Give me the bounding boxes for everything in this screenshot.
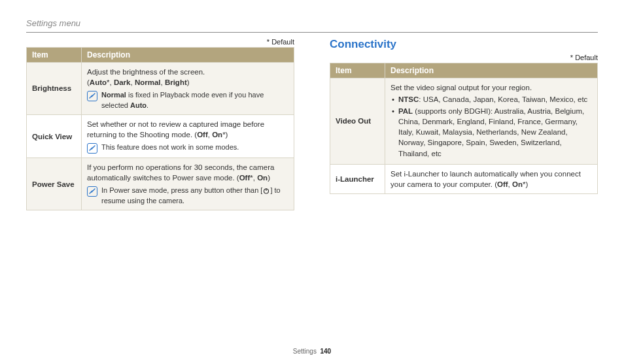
note-icon (87, 143, 97, 154)
opt: Normal (135, 78, 161, 86)
text: Set whether or not to review a captured … (87, 120, 264, 139)
bullet-list: NTSC: USA, Canada, Japan, Korea, Taiwan,… (390, 94, 592, 159)
note-text: Normal is fixed in Playback mode even if… (101, 90, 288, 110)
desc-brightness: Adjust the brightness of the screen. (Au… (82, 63, 294, 115)
left-column: * Default Item Description Brightness Ad… (26, 38, 294, 210)
text: Set the video signal output for your reg… (390, 84, 532, 91)
b: PAL (398, 107, 413, 115)
footer-section: Settings (293, 348, 317, 355)
b: Auto (130, 101, 147, 109)
divider (26, 32, 598, 33)
note-text: This feature does not work in some modes… (101, 142, 288, 152)
th-item: Item (330, 63, 385, 78)
opt: Off (239, 174, 251, 182)
th-desc: Description (385, 63, 598, 78)
t: : USA, Canada, Japan, Korea, Taiwan, Mex… (419, 95, 587, 103)
t: . (147, 101, 148, 109)
item-quickview: Quick View (27, 114, 82, 157)
text: ) (226, 131, 228, 139)
text: ) (268, 174, 270, 182)
th-item: Item (27, 48, 82, 63)
opt: Off (197, 131, 208, 139)
text: Set i-Launcher to launch automatically w… (390, 170, 581, 188)
note-icon (87, 186, 97, 197)
item-videoout: Video Out (330, 78, 385, 165)
opt: Off (497, 180, 508, 188)
note-icon (87, 91, 97, 101)
desc-ilauncher: Set i-Launcher to launch automatically w… (385, 164, 598, 193)
desc-powersave: If you perform no operations for 30 seco… (82, 158, 294, 210)
page-number: 140 (321, 348, 332, 355)
opt: Bright (165, 78, 187, 86)
note-text: In Power save mode, press any button oth… (101, 186, 288, 206)
note: Normal is fixed in Playback mode even if… (87, 90, 288, 110)
list-item: NTSC: USA, Canada, Japan, Korea, Taiwan,… (390, 94, 592, 105)
table-row: Power Save If you perform no operations … (27, 158, 294, 210)
t: is fixed in Playback mode even if you ha… (101, 91, 264, 108)
text: ) (525, 180, 528, 188)
note: In Power save mode, press any button oth… (87, 186, 288, 206)
page-footer: Settings 140 (0, 348, 624, 355)
table-row: Video Out Set the video signal output fo… (330, 78, 598, 165)
text: Adjust the brightness of the screen. (87, 68, 205, 76)
desc-videoout: Set the video signal output for your reg… (385, 78, 598, 165)
t: In Power save mode, press any button oth… (101, 186, 262, 194)
table-row: i-Launcher Set i-Launcher to launch auto… (330, 164, 598, 193)
opt: On (257, 174, 268, 182)
breadcrumb: Settings menu (26, 18, 598, 28)
default-label-right: * Default (330, 54, 598, 61)
right-column: Connectivity * Default Item Description … (330, 38, 598, 210)
desc-quickview: Set whether or not to review a captured … (82, 114, 294, 157)
list-item: PAL (supports only BDGHI): Australia, Au… (390, 106, 592, 158)
opt: Auto (90, 78, 107, 86)
item-ilauncher: i-Launcher (330, 164, 385, 193)
table-row: Quick View Set whether or not to review … (27, 114, 294, 157)
default-label-left: * Default (26, 38, 294, 46)
opt: On (512, 180, 523, 188)
opt: On (212, 131, 222, 139)
th-desc: Description (82, 48, 294, 63)
table-row: Brightness Adjust the brightness of the … (27, 63, 294, 115)
opt: Dark (114, 78, 131, 86)
item-powersave: Power Save (27, 158, 82, 210)
b: NTSC (398, 95, 419, 103)
power-icon (263, 188, 269, 194)
content-columns: * Default Item Description Brightness Ad… (26, 38, 598, 210)
t: (supports only BDGHI) (413, 107, 491, 115)
item-brightness: Brightness (27, 63, 82, 115)
text: ) (187, 78, 190, 86)
section-heading-connectivity: Connectivity (330, 38, 598, 51)
left-table: Item Description Brightness Adjust the b… (26, 47, 294, 210)
right-table: Item Description Video Out Set the video… (330, 63, 598, 194)
b: Normal (101, 91, 126, 99)
note: This feature does not work in some modes… (87, 142, 288, 154)
